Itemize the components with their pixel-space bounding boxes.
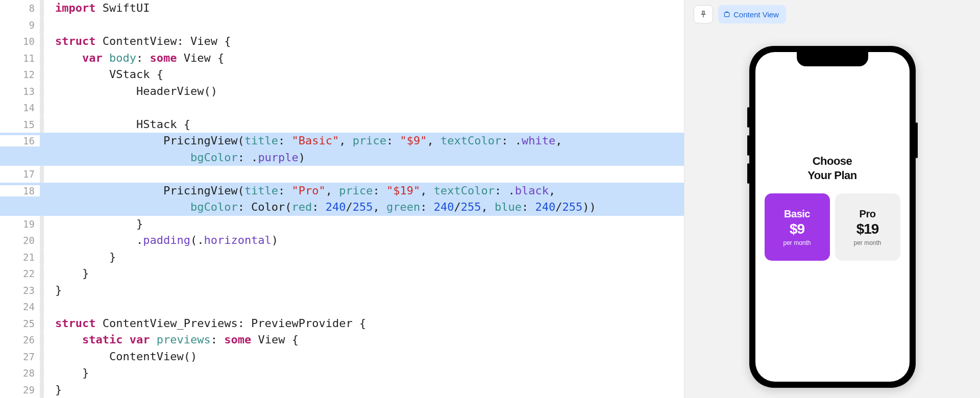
pricing-cards: Basic$9per monthPro$19per month bbox=[755, 193, 910, 261]
fold-ribbon bbox=[40, 50, 44, 67]
gutter-number: 9 bbox=[0, 19, 40, 31]
code-content[interactable]: } bbox=[55, 249, 684, 266]
code-content[interactable]: } bbox=[55, 382, 684, 399]
code-content[interactable]: } bbox=[55, 365, 684, 382]
card-title: Pro bbox=[860, 208, 876, 220]
pricing-card-pro[interactable]: Pro$19per month bbox=[835, 193, 900, 261]
fold-ribbon bbox=[40, 33, 44, 50]
code-line[interactable]: 10struct ContentView: View { bbox=[0, 33, 684, 50]
preview-panel: Content View Choose Your Plan Basic$9per… bbox=[684, 0, 980, 398]
code-line[interactable]: 23} bbox=[0, 282, 684, 299]
code-content[interactable]: } bbox=[55, 216, 684, 233]
gutter-number: 12 bbox=[0, 69, 40, 80]
gutter-number: 16 bbox=[0, 135, 40, 146]
code-content[interactable]: ContentView() bbox=[55, 349, 684, 365]
gutter-number: 26 bbox=[0, 334, 40, 345]
code-line[interactable]: bgColor: .purple) bbox=[0, 150, 684, 166]
fold-ribbon bbox=[40, 166, 44, 183]
gutter-number: 25 bbox=[0, 318, 40, 329]
gutter-number: 29 bbox=[0, 384, 40, 395]
code-line[interactable]: 8import SwiftUI bbox=[0, 0, 684, 17]
code-content[interactable]: } bbox=[55, 265, 684, 282]
preview-toolbar: Content View bbox=[694, 5, 786, 23]
code-line[interactable]: 11 var body: some View { bbox=[0, 50, 684, 67]
gutter-number: 15 bbox=[0, 119, 40, 130]
fold-ribbon bbox=[40, 365, 44, 382]
pin-button[interactable] bbox=[694, 5, 713, 23]
gutter-number: 14 bbox=[0, 102, 40, 113]
code-line[interactable]: 14 bbox=[0, 100, 684, 116]
code-editor[interactable]: 8import SwiftUI910struct ContentView: Vi… bbox=[0, 0, 684, 398]
code-content[interactable]: HeaderView() bbox=[55, 83, 684, 100]
code-line[interactable]: 25struct ContentView_Previews: PreviewPr… bbox=[0, 315, 684, 332]
card-title: Basic bbox=[784, 208, 810, 220]
code-line[interactable]: 22 } bbox=[0, 265, 684, 282]
code-content[interactable]: PricingView(title: "Basic", price: "$9",… bbox=[55, 133, 684, 150]
fold-ribbon bbox=[40, 216, 44, 233]
code-content[interactable]: .padding(.horizontal) bbox=[55, 232, 684, 249]
code-content[interactable]: HStack { bbox=[55, 116, 684, 133]
fold-ribbon bbox=[40, 265, 44, 282]
code-content[interactable]: bgColor: Color(red: 240/255, green: 240/… bbox=[55, 199, 684, 216]
code-content[interactable]: struct ContentView: View { bbox=[55, 33, 684, 50]
content-view-chip[interactable]: Content View bbox=[718, 5, 786, 23]
code-line[interactable]: 16 PricingView(title: "Basic", price: "$… bbox=[0, 133, 684, 150]
code-content[interactable]: } bbox=[55, 282, 684, 299]
fold-ribbon bbox=[40, 232, 44, 249]
fold-ribbon bbox=[40, 66, 44, 83]
code-line[interactable]: 9 bbox=[0, 17, 684, 34]
svg-rect-1 bbox=[724, 13, 729, 17]
heading-line-1: Choose bbox=[807, 154, 857, 168]
fold-ribbon bbox=[40, 100, 44, 116]
code-line[interactable]: 19 } bbox=[0, 216, 684, 233]
code-content[interactable]: import SwiftUI bbox=[55, 0, 684, 17]
fold-ribbon bbox=[40, 183, 44, 200]
code-line[interactable]: 13 HeaderView() bbox=[0, 83, 684, 100]
gutter-number: 8 bbox=[0, 3, 40, 14]
code-line[interactable]: 28 } bbox=[0, 365, 684, 382]
gutter-number: 23 bbox=[0, 285, 40, 296]
gutter-number: 24 bbox=[0, 301, 40, 312]
fold-ribbon bbox=[40, 332, 44, 349]
code-line[interactable]: bgColor: Color(red: 240/255, green: 240/… bbox=[0, 199, 684, 216]
code-line[interactable]: 29} bbox=[0, 382, 684, 399]
card-price: $9 bbox=[790, 221, 804, 237]
code-content[interactable]: static var previews: some View { bbox=[55, 332, 684, 349]
fold-ribbon bbox=[40, 249, 44, 266]
phone-frame: Choose Your Plan Basic$9per monthPro$19p… bbox=[749, 46, 916, 388]
gutter-number: 22 bbox=[0, 268, 40, 279]
heading: Choose Your Plan bbox=[807, 154, 857, 182]
gutter-number: 28 bbox=[0, 367, 40, 379]
content-view-label: Content View bbox=[733, 10, 779, 19]
fold-ribbon bbox=[40, 315, 44, 332]
gutter-number: 27 bbox=[0, 351, 40, 362]
code-content[interactable]: bgColor: .purple) bbox=[55, 150, 684, 166]
pricing-card-basic[interactable]: Basic$9per month bbox=[765, 193, 830, 261]
fold-ribbon bbox=[40, 17, 44, 34]
code-line[interactable]: 12 VStack { bbox=[0, 66, 684, 83]
card-period: per month bbox=[853, 239, 881, 246]
code-line[interactable]: 24 bbox=[0, 298, 684, 315]
fold-ribbon bbox=[40, 298, 44, 315]
code-line[interactable]: 26 static var previews: some View { bbox=[0, 332, 684, 349]
card-period: per month bbox=[783, 239, 811, 246]
code-content[interactable]: PricingView(title: "Pro", price: "$19", … bbox=[55, 183, 684, 200]
card-price: $19 bbox=[856, 221, 879, 237]
gutter-number: 13 bbox=[0, 86, 40, 97]
fold-ribbon bbox=[40, 199, 44, 216]
gutter-number: 11 bbox=[0, 53, 40, 64]
code-line[interactable]: 27 ContentView() bbox=[0, 349, 684, 365]
code-line[interactable]: 21 } bbox=[0, 249, 684, 266]
code-content[interactable]: var body: some View { bbox=[55, 50, 684, 67]
code-line[interactable]: 15 HStack { bbox=[0, 116, 684, 133]
code-content[interactable]: VStack { bbox=[55, 66, 684, 83]
pin-icon bbox=[699, 10, 707, 18]
code-line[interactable]: 20 .padding(.horizontal) bbox=[0, 232, 684, 249]
fold-ribbon bbox=[40, 382, 44, 399]
fold-ribbon bbox=[40, 0, 44, 17]
code-content[interactable]: struct ContentView_Previews: PreviewProv… bbox=[55, 315, 684, 332]
gutter-number: 21 bbox=[0, 252, 40, 263]
fold-ribbon bbox=[40, 133, 44, 150]
code-line[interactable]: 17 bbox=[0, 166, 684, 183]
code-line[interactable]: 18 PricingView(title: "Pro", price: "$19… bbox=[0, 183, 684, 200]
